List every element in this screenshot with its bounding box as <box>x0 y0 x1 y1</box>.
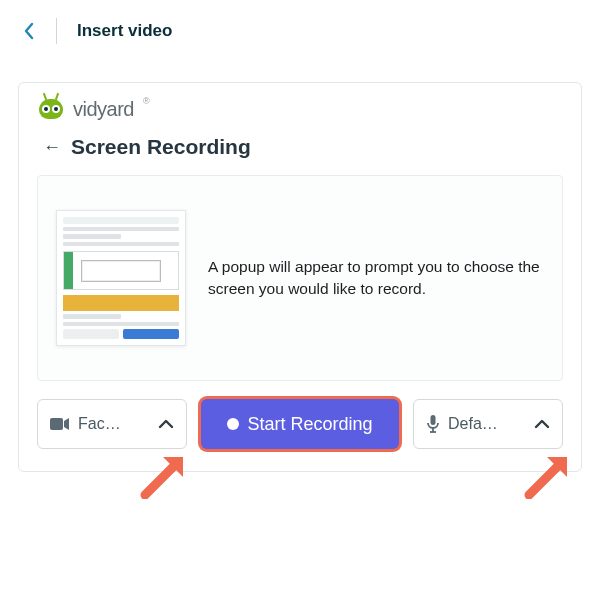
camera-label: Fac… <box>78 415 121 433</box>
microphone-label: Defa… <box>448 415 498 433</box>
instruction-box: A popup will appear to prompt you to cho… <box>37 175 563 381</box>
brand-registered: ® <box>143 96 150 106</box>
controls-row: Fac… Start Recording Defa… <box>37 399 563 449</box>
annotation-arrow-icon <box>521 445 575 499</box>
subheader-title: Screen Recording <box>71 135 251 159</box>
topbar: Insert video <box>0 0 600 52</box>
brand-name: vidyard <box>73 98 134 121</box>
vidyard-logo-icon <box>37 97 65 121</box>
svg-rect-0 <box>50 418 63 430</box>
brand-row: vidyard ® <box>37 97 563 121</box>
chevron-up-icon <box>534 419 550 429</box>
microphone-icon <box>426 415 440 433</box>
vidyard-panel: vidyard ® ← Screen Recording A popup wil… <box>18 82 582 472</box>
back-arrow-icon[interactable]: ← <box>43 138 61 156</box>
chevron-up-icon <box>158 419 174 429</box>
record-dot-icon <box>227 418 239 430</box>
microphone-selector[interactable]: Defa… <box>413 399 563 449</box>
subheader: ← Screen Recording <box>37 135 563 159</box>
back-chevron-icon[interactable] <box>22 22 36 40</box>
camera-icon <box>50 417 70 431</box>
start-recording-button[interactable]: Start Recording <box>201 399 399 449</box>
camera-selector[interactable]: Fac… <box>37 399 187 449</box>
svg-rect-1 <box>431 415 436 425</box>
screen-share-thumbnail <box>56 210 186 346</box>
start-recording-label: Start Recording <box>247 414 372 435</box>
topbar-divider <box>56 18 57 44</box>
instruction-text: A popup will appear to prompt you to cho… <box>208 256 544 301</box>
page-title: Insert video <box>77 21 172 41</box>
annotation-arrow-icon <box>137 445 191 499</box>
